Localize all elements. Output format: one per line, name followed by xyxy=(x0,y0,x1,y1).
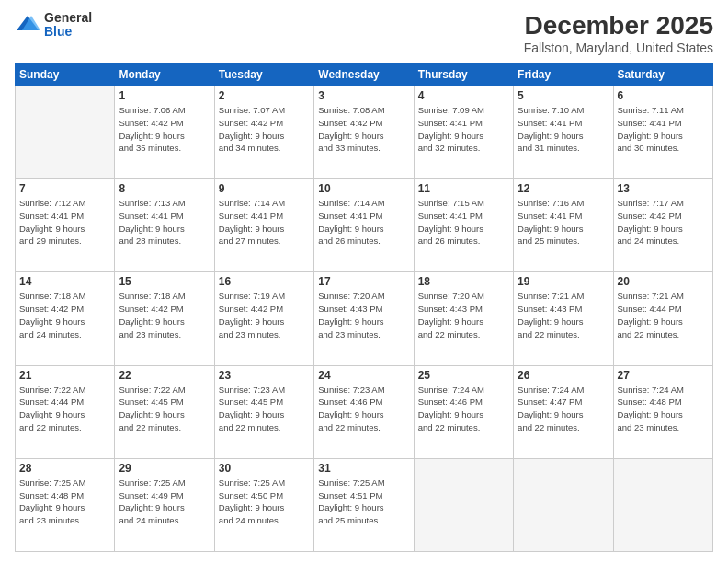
daylight-label: Daylight: 9 hours xyxy=(19,316,85,327)
calendar-cell: 1Sunrise: 7:06 AMSunset: 4:42 PMDaylight… xyxy=(115,86,214,179)
sunrise-label: Sunrise: 7:15 AM xyxy=(418,198,484,208)
sunrise-label: Sunrise: 7:17 AM xyxy=(618,198,684,208)
sunset-label: Sunset: 4:42 PM xyxy=(618,211,682,221)
calendar-cell xyxy=(514,458,613,551)
calendar-cell: 26Sunrise: 7:24 AMSunset: 4:47 PMDayligh… xyxy=(514,365,613,458)
sunset-label: Sunset: 4:41 PM xyxy=(318,211,382,221)
calendar-cell: 2Sunrise: 7:07 AMSunset: 4:42 PMDaylight… xyxy=(214,86,313,179)
daylight-minutes: and 22 minutes. xyxy=(518,329,580,339)
calendar-cell: 20Sunrise: 7:21 AMSunset: 4:44 PMDayligh… xyxy=(613,272,712,365)
calendar-cell: 14Sunrise: 7:18 AMSunset: 4:42 PMDayligh… xyxy=(16,272,115,365)
sunset-label: Sunset: 4:41 PM xyxy=(518,211,582,221)
day-info: Sunrise: 7:22 AMSunset: 4:44 PMDaylight:… xyxy=(19,384,110,434)
sunrise-label: Sunrise: 7:22 AM xyxy=(19,385,85,395)
calendar-week-row: 7Sunrise: 7:12 AMSunset: 4:41 PMDaylight… xyxy=(16,179,713,272)
day-info: Sunrise: 7:21 AMSunset: 4:43 PMDaylight:… xyxy=(518,290,609,340)
calendar-table: SundayMondayTuesdayWednesdayThursdayFrid… xyxy=(15,63,713,552)
sunrise-label: Sunrise: 7:06 AM xyxy=(119,105,185,115)
day-number: 5 xyxy=(518,89,609,102)
logo-icon xyxy=(15,12,40,38)
title-block: December 2025 Fallston, Maryland, United… xyxy=(524,11,713,55)
day-header: Friday xyxy=(514,63,613,86)
day-info: Sunrise: 7:20 AMSunset: 4:43 PMDaylight:… xyxy=(418,290,509,340)
sunrise-label: Sunrise: 7:25 AM xyxy=(219,477,285,488)
sunrise-label: Sunrise: 7:24 AM xyxy=(418,385,484,395)
daylight-minutes: and 30 minutes. xyxy=(618,143,680,153)
daylight-label: Daylight: 9 hours xyxy=(618,131,683,141)
daylight-label: Daylight: 9 hours xyxy=(418,224,483,234)
daylight-minutes: and 23 minutes. xyxy=(119,329,181,339)
sunrise-label: Sunrise: 7:20 AM xyxy=(318,291,384,301)
calendar-cell: 4Sunrise: 7:09 AMSunset: 4:41 PMDaylight… xyxy=(414,86,513,179)
daylight-label: Daylight: 9 hours xyxy=(19,224,85,234)
day-number: 25 xyxy=(418,369,509,382)
calendar-cell: 21Sunrise: 7:22 AMSunset: 4:44 PMDayligh… xyxy=(16,365,115,458)
day-info: Sunrise: 7:24 AMSunset: 4:48 PMDaylight:… xyxy=(618,384,709,434)
sunrise-label: Sunrise: 7:25 AM xyxy=(19,477,85,488)
sunset-label: Sunset: 4:41 PM xyxy=(418,118,483,128)
day-number: 3 xyxy=(318,89,409,102)
day-number: 27 xyxy=(618,369,709,382)
daylight-minutes: and 35 minutes. xyxy=(119,143,181,153)
daylight-label: Daylight: 9 hours xyxy=(518,316,583,327)
calendar-week-row: 21Sunrise: 7:22 AMSunset: 4:44 PMDayligh… xyxy=(16,365,713,458)
day-info: Sunrise: 7:14 AMSunset: 4:41 PMDaylight:… xyxy=(318,197,409,247)
calendar-cell: 15Sunrise: 7:18 AMSunset: 4:42 PMDayligh… xyxy=(115,272,214,365)
sunset-label: Sunset: 4:42 PM xyxy=(219,304,283,314)
sunset-label: Sunset: 4:46 PM xyxy=(418,396,483,407)
daylight-minutes: and 25 minutes. xyxy=(318,515,381,525)
calendar-cell: 6Sunrise: 7:11 AMSunset: 4:41 PMDaylight… xyxy=(613,86,712,179)
sunrise-label: Sunrise: 7:22 AM xyxy=(119,385,185,395)
day-number: 14 xyxy=(19,275,110,288)
daylight-label: Daylight: 9 hours xyxy=(618,224,683,234)
calendar-cell: 30Sunrise: 7:25 AMSunset: 4:50 PMDayligh… xyxy=(214,458,313,551)
day-number: 16 xyxy=(219,275,310,288)
calendar-cell: 29Sunrise: 7:25 AMSunset: 4:49 PMDayligh… xyxy=(115,458,214,551)
day-info: Sunrise: 7:08 AMSunset: 4:42 PMDaylight:… xyxy=(318,104,409,155)
day-number: 28 xyxy=(19,462,110,475)
day-info: Sunrise: 7:06 AMSunset: 4:42 PMDaylight:… xyxy=(119,104,210,155)
daylight-label: Daylight: 9 hours xyxy=(318,316,383,327)
calendar-cell: 11Sunrise: 7:15 AMSunset: 4:41 PMDayligh… xyxy=(414,179,513,272)
sunrise-label: Sunrise: 7:25 AM xyxy=(318,477,384,488)
day-number: 12 xyxy=(518,182,609,195)
calendar-cell: 9Sunrise: 7:14 AMSunset: 4:41 PMDaylight… xyxy=(214,179,313,272)
daylight-minutes: and 22 minutes. xyxy=(418,422,481,432)
calendar-cell: 7Sunrise: 7:12 AMSunset: 4:41 PMDaylight… xyxy=(16,179,115,272)
sunset-label: Sunset: 4:46 PM xyxy=(318,396,382,407)
daylight-label: Daylight: 9 hours xyxy=(219,224,284,234)
day-info: Sunrise: 7:25 AMSunset: 4:50 PMDaylight:… xyxy=(219,477,310,527)
day-info: Sunrise: 7:16 AMSunset: 4:41 PMDaylight:… xyxy=(518,197,609,247)
sunset-label: Sunset: 4:47 PM xyxy=(518,396,582,407)
day-info: Sunrise: 7:23 AMSunset: 4:46 PMDaylight:… xyxy=(318,384,409,434)
day-info: Sunrise: 7:24 AMSunset: 4:46 PMDaylight:… xyxy=(418,384,509,434)
calendar-cell: 5Sunrise: 7:10 AMSunset: 4:41 PMDaylight… xyxy=(514,86,613,179)
day-number: 10 xyxy=(318,182,409,195)
daylight-minutes: and 22 minutes. xyxy=(219,422,281,432)
day-number: 2 xyxy=(219,89,310,102)
calendar-cell: 8Sunrise: 7:13 AMSunset: 4:41 PMDaylight… xyxy=(115,179,214,272)
day-number: 22 xyxy=(119,369,210,382)
day-number: 11 xyxy=(418,182,509,195)
sunset-label: Sunset: 4:45 PM xyxy=(119,396,183,407)
calendar-cell: 27Sunrise: 7:24 AMSunset: 4:48 PMDayligh… xyxy=(613,365,712,458)
sunset-label: Sunset: 4:49 PM xyxy=(119,490,183,500)
sunset-label: Sunset: 4:42 PM xyxy=(318,118,382,128)
daylight-minutes: and 22 minutes. xyxy=(119,422,181,432)
sunset-label: Sunset: 4:43 PM xyxy=(518,304,582,314)
daylight-label: Daylight: 9 hours xyxy=(418,131,483,141)
daylight-label: Daylight: 9 hours xyxy=(618,409,683,419)
daylight-label: Daylight: 9 hours xyxy=(418,409,483,419)
day-info: Sunrise: 7:25 AMSunset: 4:48 PMDaylight:… xyxy=(19,477,110,527)
day-number: 4 xyxy=(418,89,509,102)
calendar-cell: 18Sunrise: 7:20 AMSunset: 4:43 PMDayligh… xyxy=(414,272,513,365)
calendar-cell xyxy=(613,458,712,551)
day-number: 30 xyxy=(219,462,310,475)
day-number: 7 xyxy=(19,182,110,195)
daylight-label: Daylight: 9 hours xyxy=(119,409,184,419)
daylight-minutes: and 29 minutes. xyxy=(19,236,82,246)
daylight-label: Daylight: 9 hours xyxy=(418,316,483,327)
day-number: 23 xyxy=(219,369,310,382)
day-info: Sunrise: 7:20 AMSunset: 4:43 PMDaylight:… xyxy=(318,290,409,340)
daylight-label: Daylight: 9 hours xyxy=(19,409,85,419)
